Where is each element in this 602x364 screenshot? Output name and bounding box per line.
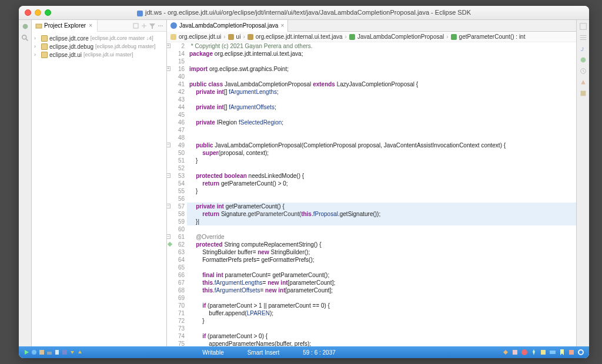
svg-rect-4 (133, 23, 138, 28)
svg-rect-18 (513, 350, 517, 355)
breadcrumb-project[interactable]: org.eclipse.jdt.ui (179, 33, 221, 40)
status-insert-mode[interactable]: Smart Insert (248, 349, 279, 356)
next-annotation-icon[interactable] (69, 349, 75, 355)
status-left-icons (24, 349, 83, 355)
git-icon[interactable] (502, 349, 509, 356)
svg-point-5 (158, 25, 159, 26)
tasks-icon[interactable] (540, 349, 547, 356)
properties-icon[interactable] (579, 89, 587, 97)
build-icon[interactable] (46, 349, 52, 355)
view-tabbar: Project Explorer × (32, 20, 166, 32)
svg-line-2 (25, 39, 28, 41)
package-icon (248, 34, 253, 40)
chevron-right-icon: › (223, 33, 225, 40)
link-editor-icon[interactable] (141, 22, 148, 29)
editor-area: JavaLambdaCompletionProposal.java × org.… (167, 20, 576, 346)
svg-rect-22 (569, 350, 574, 355)
twisty-icon[interactable]: › (34, 43, 39, 49)
coverage-icon[interactable] (39, 349, 45, 355)
project-label: eclipse.jdt.core (49, 35, 89, 42)
debug-icon[interactable] (21, 22, 29, 31)
breadcrumb-method[interactable]: getParameterCount() : int (459, 33, 526, 40)
outline-icon[interactable] (579, 22, 587, 31)
chevron-right-icon: › (446, 33, 448, 40)
fold-toggle[interactable]: − (167, 143, 170, 147)
editor-tabbar: JavaLambdaCompletionProposal.java × (167, 20, 576, 32)
ant-icon[interactable] (579, 78, 587, 86)
console-icon[interactable] (549, 349, 556, 356)
twisty-icon[interactable]: › (34, 52, 39, 58)
maximize-window-button[interactable] (45, 9, 51, 16)
debug-run-icon[interactable] (31, 349, 37, 355)
navigator-icon (35, 22, 42, 29)
fold-toggle[interactable]: + (167, 43, 170, 48)
fold-toggle[interactable]: − (167, 204, 170, 208)
new-icon[interactable] (54, 349, 60, 355)
project-explorer-tab[interactable]: Project Explorer × (32, 20, 98, 32)
save-icon[interactable] (62, 349, 68, 355)
project-icon (41, 43, 48, 50)
view-menu-icon[interactable] (157, 22, 164, 29)
svg-point-6 (160, 25, 161, 26)
svg-point-7 (162, 25, 163, 26)
prev-annotation-icon[interactable] (77, 349, 83, 355)
status-cursor-pos[interactable]: 59 : 6 : 2037 (303, 349, 336, 356)
window-controls (19, 9, 51, 16)
javadoc-icon[interactable]: J (579, 45, 587, 53)
titlebar: jdt.ws - org.eclipse.jdt.ui/ui/org/eclip… (19, 6, 589, 20)
status-writable[interactable]: Writable (202, 349, 224, 356)
editor-tab[interactable]: JavaLambdaCompletionProposal.java × (167, 20, 288, 32)
twisty-icon[interactable]: › (34, 35, 39, 41)
source-viewer[interactable]: 2+141516+40414243444546474849−50515253−5… (167, 42, 576, 346)
task-list-icon[interactable] (579, 33, 587, 42)
code-text[interactable]: * Copyright (c) 2021 Gayan Perera and ot… (187, 42, 576, 346)
fold-toggle[interactable]: + (167, 66, 170, 71)
status-bar: Writable Smart Insert 59 : 6 : 2037 (19, 346, 589, 358)
progress-icon[interactable] (577, 349, 584, 356)
minimize-window-button[interactable] (35, 9, 41, 16)
java-class-icon (170, 22, 177, 29)
svg-rect-14 (39, 350, 44, 355)
close-icon[interactable]: × (88, 20, 93, 32)
view-toolbar (132, 22, 166, 29)
fold-toggle[interactable]: − (167, 173, 170, 178)
svg-text:J: J (580, 46, 584, 52)
editor-tab-label: JavaLambdaCompletionProposal.java (179, 20, 278, 32)
declaration-icon[interactable] (579, 56, 587, 64)
svg-point-10 (580, 58, 586, 63)
project-tree-item[interactable]: ›eclipse.jdt.core [eclipse.jdt.core mast… (33, 34, 165, 42)
svg-point-0 (22, 24, 28, 29)
pin-icon[interactable] (530, 349, 537, 356)
project-tree[interactable]: ›eclipse.jdt.core [eclipse.jdt.core mast… (32, 32, 166, 61)
filter-icon[interactable] (149, 22, 156, 29)
fold-toggle[interactable]: − (167, 234, 170, 239)
breadcrumb-folder[interactable]: ui (236, 33, 241, 40)
svg-rect-3 (36, 24, 42, 28)
breadcrumb-class[interactable]: JavaLambdaCompletionProposal (357, 33, 444, 40)
line-gutter[interactable]: 2+141516+40414243444546474849−50515253−5… (167, 42, 187, 346)
eclipse-window: jdt.ws - org.eclipse.jdt.ui/ui/org/eclip… (19, 6, 589, 358)
search-icon[interactable] (21, 34, 29, 42)
folder-icon (228, 34, 234, 40)
svg-rect-20 (541, 350, 546, 355)
close-icon[interactable]: × (280, 20, 284, 32)
project-icon (41, 35, 48, 42)
bookmark-icon[interactable] (558, 349, 566, 356)
error-log-icon[interactable] (568, 349, 575, 356)
project-tree-item[interactable]: ›eclipse.jdt.ui [eclipse.jdt.ui master] (33, 50, 165, 59)
problems-icon[interactable] (521, 349, 528, 356)
history-icon[interactable] (579, 67, 587, 75)
project-tree-item[interactable]: ›eclipse.jdt.debug [eclipse.jdt.debug ma… (33, 42, 165, 50)
override-marker-icon[interactable] (168, 242, 172, 247)
java-file-icon (137, 11, 143, 16)
collapse-all-icon[interactable] (132, 22, 139, 29)
close-window-button[interactable] (25, 9, 31, 16)
workbench: Project Explorer × ›eclipse.jdt.core [ec… (19, 20, 589, 346)
svg-point-13 (32, 350, 36, 355)
breadcrumb-package[interactable]: org.eclipse.jdt.internal.ui.text.java (256, 33, 343, 40)
method-icon (451, 34, 457, 40)
breadcrumb[interactable]: org.eclipse.jdt.ui › ui › org.eclipse.jd… (167, 32, 576, 42)
run-icon[interactable] (24, 349, 29, 355)
minimap-icon[interactable] (511, 349, 519, 356)
svg-rect-15 (47, 352, 52, 355)
